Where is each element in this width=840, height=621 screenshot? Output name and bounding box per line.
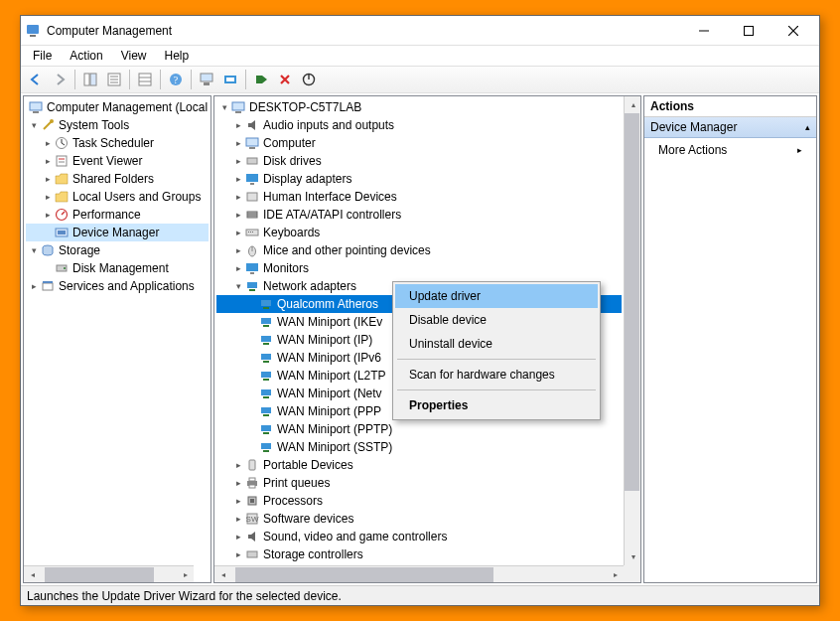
- chevron-right-icon[interactable]: ▸: [232, 259, 244, 277]
- chevron-right-icon[interactable]: ▸: [42, 152, 54, 170]
- chevron-right-icon[interactable]: ▸: [42, 170, 54, 188]
- chevron-right-icon[interactable]: ▸: [232, 134, 244, 152]
- list-view-button[interactable]: [134, 69, 156, 90]
- scroll-track[interactable]: [41, 567, 177, 582]
- device-category-portable[interactable]: ▸Portable Devices: [216, 456, 622, 474]
- device-category-monitors[interactable]: ▸Monitors: [216, 259, 622, 277]
- context-scan-hardware[interactable]: Scan for hardware changes: [395, 363, 598, 387]
- chevron-right-icon[interactable]: ▸: [42, 134, 54, 152]
- scroll-up-button[interactable]: ▴: [625, 96, 641, 113]
- tree-item-device-manager[interactable]: ▸ Device Manager: [26, 224, 209, 241]
- help-button[interactable]: ?: [165, 69, 187, 90]
- chevron-right-icon[interactable]: ▸: [42, 188, 54, 206]
- device-category-software[interactable]: ▸SWSoftware devices: [216, 510, 622, 528]
- chevron-right-icon[interactable]: ▸: [232, 241, 244, 259]
- chevron-right-icon[interactable]: ▸: [232, 206, 244, 224]
- scroll-track[interactable]: [625, 113, 640, 548]
- chevron-down-icon[interactable]: ▾: [28, 241, 40, 259]
- chevron-right-icon[interactable]: ▸: [232, 456, 244, 474]
- scan-hardware-button[interactable]: [219, 69, 241, 90]
- actions-band-device-manager[interactable]: Device Manager ▴: [644, 117, 816, 138]
- scroll-left-button[interactable]: ◂: [24, 566, 41, 583]
- users-icon: [54, 189, 70, 205]
- device-category-processors[interactable]: ▸Processors: [216, 492, 622, 510]
- chevron-down-icon[interactable]: ▾: [28, 116, 40, 134]
- scrollbar-vertical[interactable]: ▴ ▾: [624, 96, 640, 565]
- tree-item-storage[interactable]: ▾ Storage: [26, 241, 209, 259]
- scroll-thumb[interactable]: [45, 567, 154, 582]
- context-uninstall-device[interactable]: Uninstall device: [395, 332, 598, 356]
- menu-view[interactable]: View: [113, 47, 155, 65]
- svg-rect-81: [249, 485, 255, 488]
- scroll-down-button[interactable]: ▾: [625, 548, 641, 565]
- minimize-button[interactable]: [681, 17, 726, 45]
- device-category-print[interactable]: ▸Print queues: [216, 474, 622, 492]
- tree-item-event-viewer[interactable]: ▸ Event Viewer: [26, 152, 209, 170]
- device-category-ide[interactable]: ▸IDE ATA/ATAPI controllers: [216, 206, 622, 224]
- scroll-thumb[interactable]: [235, 567, 493, 582]
- device-item-wan-pptp[interactable]: ▸WAN Miniport (PPTP): [216, 420, 622, 438]
- chevron-down-icon[interactable]: ▾: [232, 277, 244, 295]
- disable-toolbar-button[interactable]: [298, 69, 320, 90]
- device-category-computer[interactable]: ▸Computer: [216, 134, 622, 152]
- chevron-right-icon[interactable]: ▸: [232, 116, 244, 134]
- scroll-right-button[interactable]: ▸: [607, 566, 624, 583]
- device-item-wan-sstp[interactable]: ▸WAN Miniport (SSTP): [216, 438, 622, 456]
- scrollbar-horizontal[interactable]: ◂ ▸: [24, 565, 194, 582]
- menu-help[interactable]: Help: [157, 47, 198, 65]
- chevron-down-icon[interactable]: ▾: [218, 98, 230, 116]
- tree-item-shared-folders[interactable]: ▸ Shared Folders: [26, 170, 209, 188]
- chevron-right-icon[interactable]: ▸: [232, 528, 244, 545]
- device-root[interactable]: ▾ DESKTOP-C5T7LAB: [216, 98, 622, 116]
- device-category-storage-controllers[interactable]: ▸Storage controllers: [216, 545, 622, 563]
- network-adapter-icon: [258, 439, 274, 455]
- actions-more-actions[interactable]: More Actions ▸: [644, 138, 816, 162]
- chevron-right-icon[interactable]: ▸: [232, 545, 244, 563]
- chevron-right-icon[interactable]: ▸: [232, 224, 244, 241]
- tree-item-root[interactable]: Computer Management (Local: [26, 98, 209, 116]
- context-properties[interactable]: Properties: [395, 393, 598, 417]
- chevron-right-icon[interactable]: ▸: [232, 474, 244, 492]
- device-category-mice[interactable]: ▸Mice and other pointing devices: [216, 241, 622, 259]
- tree-item-local-users[interactable]: ▸ Local Users and Groups: [26, 188, 209, 206]
- chevron-right-icon[interactable]: ▸: [232, 152, 244, 170]
- scroll-thumb[interactable]: [625, 113, 639, 491]
- maximize-button[interactable]: [726, 17, 770, 45]
- show-hide-tree-button[interactable]: [79, 69, 101, 90]
- menu-action[interactable]: Action: [62, 47, 110, 65]
- forward-button[interactable]: [49, 69, 70, 90]
- tree-item-disk-management[interactable]: ▸ Disk Management: [26, 259, 209, 277]
- device-category-disk[interactable]: ▸Disk drives: [216, 152, 622, 170]
- menu-file[interactable]: File: [25, 47, 60, 65]
- context-update-driver[interactable]: Update driver: [395, 284, 598, 308]
- chevron-right-icon[interactable]: ▸: [232, 510, 244, 528]
- device-category-sound[interactable]: ▸Sound, video and game controllers: [216, 528, 622, 545]
- tree-item-services-apps[interactable]: ▸ Services and Applications: [26, 277, 209, 295]
- context-disable-device[interactable]: Disable device: [395, 308, 598, 332]
- chevron-right-icon[interactable]: ▸: [232, 492, 244, 510]
- scroll-right-button[interactable]: ▸: [177, 566, 194, 583]
- tree-item-performance[interactable]: ▸ Performance: [26, 206, 209, 224]
- tree-item-system-tools[interactable]: ▾ System Tools: [26, 116, 209, 134]
- scroll-track[interactable]: [231, 567, 607, 582]
- device-category-hid[interactable]: ▸Human Interface Devices: [216, 188, 622, 206]
- chevron-right-icon[interactable]: ▸: [42, 206, 54, 224]
- device-category-audio[interactable]: ▸Audio inputs and outputs: [216, 116, 622, 134]
- update-driver-toolbar-button[interactable]: [250, 69, 272, 90]
- properties-button[interactable]: [103, 69, 125, 90]
- scrollbar-horizontal[interactable]: ◂ ▸: [214, 565, 624, 582]
- device-category-keyboards[interactable]: ▸Keyboards: [216, 224, 622, 241]
- close-button[interactable]: [770, 17, 815, 45]
- devices-by-type-button[interactable]: [196, 69, 217, 90]
- scroll-left-button[interactable]: ◂: [214, 566, 231, 583]
- back-button[interactable]: [25, 69, 47, 90]
- chevron-right-icon[interactable]: ▸: [232, 188, 244, 206]
- chevron-right-icon[interactable]: ▸: [232, 170, 244, 188]
- chevron-right-icon[interactable]: ▸: [28, 277, 40, 295]
- menubar: File Action View Help: [21, 46, 819, 66]
- console-tree[interactable]: Computer Management (Local ▾ System Tool…: [24, 96, 210, 565]
- uninstall-toolbar-button[interactable]: [274, 69, 296, 90]
- disk-icon: [54, 260, 70, 276]
- tree-item-task-scheduler[interactable]: ▸ Task Scheduler: [26, 134, 209, 152]
- device-category-display[interactable]: ▸Display adapters: [216, 170, 622, 188]
